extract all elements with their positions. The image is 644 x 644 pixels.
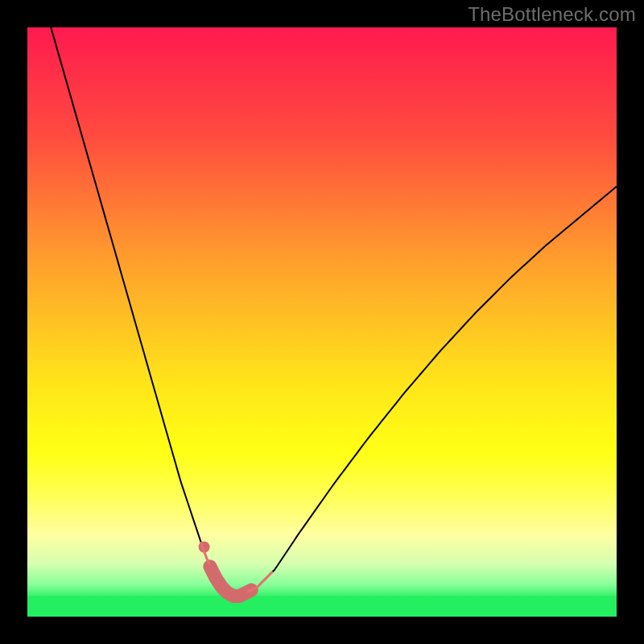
green-bottom-band bbox=[27, 596, 617, 617]
watermark-text: TheBottleneck.com bbox=[468, 3, 636, 26]
chart-svg bbox=[27, 27, 617, 617]
gradient-background bbox=[27, 27, 617, 617]
outer-frame: TheBottleneck.com bbox=[0, 0, 644, 644]
plot-area bbox=[27, 27, 617, 617]
